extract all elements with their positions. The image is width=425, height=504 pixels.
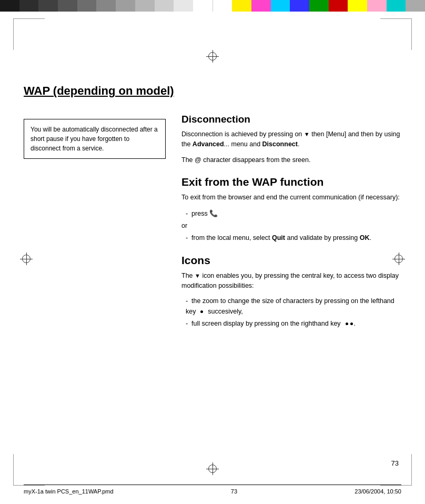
two-column-layout: You will be automatically disconnected a… (24, 114, 401, 329)
swatch-8 (135, 0, 155, 12)
swatch-10 (174, 0, 193, 12)
footer-left: myX-1a twin PCS_en_11WAP.pmd (24, 488, 114, 495)
border-corner-bl (13, 454, 45, 486)
disconnection-para2: The @ character disappears from the sree… (181, 155, 401, 165)
icons-intro: The ▼ icon enables you, by pressing the … (181, 271, 401, 291)
icons-item2: - full screen display by pressing on the… (186, 319, 401, 329)
footer-right: 23/06/2004, 10:50 (355, 488, 401, 495)
right-column: Disconnection Disconnection is achieved … (181, 114, 401, 329)
exit-or: or (181, 221, 401, 231)
swatch-20 (387, 0, 406, 12)
phone-icon: 📞 (209, 209, 218, 217)
footer: myX-1a twin PCS_en_11WAP.pmd 73 23/06/20… (24, 485, 401, 495)
icons-arrow: ▼ (195, 271, 200, 280)
swatch-2 (19, 0, 39, 12)
swatch-gap (213, 0, 232, 12)
border-corner-br (380, 454, 412, 486)
crosshair-circle-bottom (208, 465, 217, 473)
swatch-7 (116, 0, 135, 12)
color-bar-top (0, 0, 425, 12)
disc-arrow: ▼ (304, 130, 310, 139)
notice-box: You will be automatically disconnected a… (24, 119, 166, 159)
crosshair-bottom (206, 462, 219, 475)
exit-item2-text: from the local menu, select Quit and val… (191, 234, 371, 241)
swatch-14 (271, 0, 290, 12)
swatch-4 (58, 0, 77, 12)
icons-item2-text: full screen display by pressing on the r… (191, 320, 356, 327)
icons-item1: - the zoom to change the size of charact… (186, 296, 401, 317)
exit-item2: - from the local menu, select Quit and v… (186, 233, 401, 243)
exit-intro: To exit from the browser and end the cur… (181, 193, 401, 203)
exit-heading: Exit from the WAP function (181, 176, 401, 188)
bullet-dot-1 (200, 310, 203, 313)
swatch-9 (155, 0, 174, 12)
border-corner-tl (13, 18, 45, 50)
swatch-19 (367, 0, 387, 12)
crosshair-circle-top (208, 52, 217, 61)
page-number: 73 (391, 459, 399, 467)
swatch-16 (309, 0, 329, 12)
swatch-15 (290, 0, 309, 12)
icons-heading: Icons (181, 254, 401, 267)
swatch-5 (77, 0, 97, 12)
exit-item1-text: press 📞 (191, 210, 218, 217)
swatch-13 (251, 0, 271, 12)
bullet-dot-2 (346, 322, 348, 325)
disconnection-para1: Disconnection is achieved by pressing on… (181, 129, 401, 150)
notice-text: You will be automatically disconnected a… (31, 126, 158, 152)
swatch-21 (406, 0, 425, 12)
page-title: WAP (depending on model) (24, 84, 401, 98)
swatch-18 (348, 0, 367, 12)
swatch-1 (0, 0, 19, 12)
border-corner-tr (380, 18, 412, 50)
swatch-12 (232, 0, 251, 12)
disc-text-1: Disconnection is achieved by pressing on (181, 130, 302, 138)
swatch-17 (329, 0, 348, 12)
swatch-6 (96, 0, 116, 12)
swatch-11 (193, 0, 213, 12)
main-content: WAP (depending on model) You will be aut… (24, 74, 401, 451)
exit-item1: - press 📞 (186, 208, 401, 219)
icons-item1-text: the zoom to change the size of character… (186, 297, 394, 315)
footer-center: 73 (231, 488, 237, 495)
left-column: You will be automatically disconnected a… (24, 114, 166, 329)
swatch-3 (38, 0, 58, 12)
disconnection-heading: Disconnection (181, 114, 401, 125)
crosshair-top (206, 50, 219, 63)
bullet-dot-3 (350, 322, 353, 325)
